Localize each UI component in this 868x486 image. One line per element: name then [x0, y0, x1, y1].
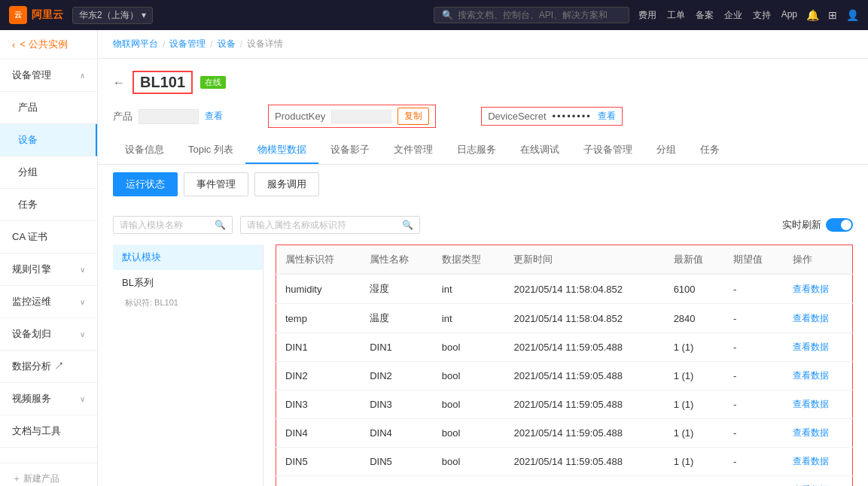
nav-link-fees[interactable]: 费用 [638, 9, 656, 22]
nav-link-ticket[interactable]: 工单 [667, 9, 685, 22]
tab-device-info[interactable]: 设备信息 [113, 137, 176, 164]
copy-product-key-button[interactable]: 复制 [397, 108, 429, 125]
logo: 云 阿里云 [9, 6, 63, 24]
top-nav-links: 费用 工单 备案 企业 支持 App [638, 9, 797, 22]
view-secret-link[interactable]: 查看 [598, 110, 616, 123]
table-row: DIN4 DIN4 bool 2021/05/14 11:59:05.488 1… [276, 419, 853, 448]
attribute-search-input[interactable] [247, 220, 397, 230]
device-tabs: 设备信息 Topic 列表 物模型数据 设备影子 文件管理 日志服务 在线调试 … [113, 137, 853, 164]
sub-tab-service-call[interactable]: 服务调用 [254, 172, 319, 196]
breadcrumb-iot-platform[interactable]: 物联网平台 [113, 38, 158, 50]
sidebar-item-groups[interactable]: 分组 [0, 156, 97, 189]
col-header-latest-value: 最新值 [665, 245, 724, 275]
tab-log-service[interactable]: 日志服务 [445, 137, 508, 164]
tab-file-management[interactable]: 文件管理 [382, 137, 445, 164]
user-icon[interactable]: 👤 [846, 9, 859, 21]
cell-action-0[interactable]: 查看数据 [784, 275, 852, 304]
cell-action-3[interactable]: 查看数据 [784, 362, 852, 390]
tab-groups[interactable]: 分组 [644, 137, 688, 164]
tab-topic-list[interactable]: Topic 列表 [176, 137, 245, 164]
view-data-link-0[interactable]: 查看数据 [793, 284, 829, 294]
col-header-update-time: 更新时间 [504, 245, 664, 275]
sidebar-item-data-analysis[interactable]: 数据分析 ↗ [0, 351, 97, 383]
right-panel-table: 属性标识符 属性名称 数据类型 更新时间 最新值 期望值 操作 humidity… [263, 245, 853, 486]
sidebar-item-devices[interactable]: 设备 [0, 124, 97, 156]
table-row: DIN2 DIN2 bool 2021/05/14 11:59:05.488 1… [276, 362, 853, 390]
global-search-input[interactable] [458, 10, 608, 20]
device-header: ← BL101 在线 产品 查看 ProductKey 复制 DeviceSec… [98, 59, 868, 165]
col-header-action: 操作 [784, 245, 852, 275]
chevron-down-icon: ▾ [142, 10, 146, 20]
tab-thing-model-data[interactable]: 物模型数据 [245, 137, 318, 164]
global-search[interactable]: 🔍 [434, 7, 629, 23]
tab-device-shadow[interactable]: 设备影子 [318, 137, 382, 164]
cell-action-1[interactable]: 查看数据 [784, 304, 852, 333]
sidebar-top-item-instances[interactable]: ‹ < 公共实例 [0, 30, 97, 59]
cell-type-4: bool [433, 390, 505, 419]
product-key-value-placeholder [331, 110, 391, 123]
cell-expected-value-7: - [724, 476, 784, 487]
view-data-link-2[interactable]: 查看数据 [793, 342, 829, 352]
cell-update-time-3: 2021/05/14 11:59:05.488 [504, 362, 664, 390]
device-secret-dots: •••••••• [553, 111, 592, 122]
cell-action-2[interactable]: 查看数据 [784, 333, 852, 362]
region-selector[interactable]: 华东2（上海） ▾ [72, 7, 153, 24]
table-row: humidity 湿度 int 2021/05/14 11:58:04.852 … [276, 275, 853, 304]
sidebar-item-docs[interactable]: 文档与工具 [0, 415, 97, 448]
view-data-link-4[interactable]: 查看数据 [793, 399, 829, 409]
table-header: 属性标识符 属性名称 数据类型 更新时间 最新值 期望值 操作 [276, 245, 853, 275]
module-item-default[interactable]: 默认模块 [113, 245, 263, 270]
module-filter[interactable]: 🔍 [113, 216, 233, 234]
breadcrumb-device-management[interactable]: 设备管理 [169, 38, 206, 50]
toggle-switch-realtime[interactable] [826, 218, 853, 232]
back-button[interactable]: ← [113, 76, 125, 90]
table-row: DIN5 DIN5 bool 2021/05/14 11:59:05.488 1… [276, 448, 853, 476]
sidebar-item-ca[interactable]: CA 证书 [0, 221, 97, 254]
view-product-link[interactable]: 查看 [205, 110, 223, 123]
view-data-link-3[interactable]: 查看数据 [793, 370, 829, 381]
cell-update-time-5: 2021/05/14 11:59:05.488 [504, 419, 664, 448]
cell-name-3: DIN2 [361, 362, 433, 390]
view-data-link-1[interactable]: 查看数据 [793, 313, 829, 323]
sidebar-item-rules[interactable]: 规则引擎 ∨ [0, 254, 97, 286]
sidebar-item-products[interactable]: 产品 [0, 92, 97, 124]
bell-icon[interactable]: 🔔 [806, 9, 819, 21]
nav-link-support[interactable]: 支持 [753, 9, 771, 22]
cell-action-6[interactable]: 查看数据 [784, 448, 852, 476]
nav-link-app[interactable]: App [781, 9, 797, 22]
nav-link-enterprise[interactable]: 企业 [724, 9, 742, 22]
breadcrumb-devices[interactable]: 设备 [218, 38, 236, 50]
module-search-icon[interactable]: 🔍 [215, 220, 226, 230]
sidebar-item-video[interactable]: 视频服务 ∨ [0, 383, 97, 415]
cell-expected-value-3: - [724, 362, 784, 390]
tab-tasks[interactable]: 任务 [688, 137, 732, 164]
view-data-link-5[interactable]: 查看数据 [793, 427, 829, 438]
grid-icon[interactable]: ⊞ [828, 9, 837, 21]
tab-online-debug[interactable]: 在线调试 [508, 137, 571, 164]
sidebar-item-tasks[interactable]: 任务 [0, 189, 97, 221]
sub-tabs-row: 运行状态 事件管理 服务调用 [98, 165, 868, 204]
sub-tab-running-status[interactable]: 运行状态 [113, 172, 178, 196]
cell-type-5: bool [433, 419, 505, 448]
module-search-input[interactable] [120, 220, 210, 230]
realtime-refresh-toggle[interactable]: 实时刷新 [782, 218, 853, 232]
table-row: DIN1 DIN1 bool 2021/05/14 11:59:05.488 1… [276, 333, 853, 362]
cell-type-6: bool [433, 448, 505, 476]
cell-action-4[interactable]: 查看数据 [784, 390, 852, 419]
nav-link-icp[interactable]: 备案 [696, 9, 714, 22]
cell-action-7[interactable]: 查看数据 [784, 476, 852, 487]
sidebar-item-device-provisioning[interactable]: 设备划归 ∨ [0, 318, 97, 351]
cell-name-4: DIN3 [361, 390, 433, 419]
main-content: 物联网平台 / 设备管理 / 设备 / 设备详情 ← BL101 在线 产品 查… [98, 30, 868, 486]
sidebar-item-monitoring[interactable]: 监控运维 ∨ [0, 286, 97, 318]
tab-sub-device-management[interactable]: 子设备管理 [571, 137, 644, 164]
sub-tab-event-management[interactable]: 事件管理 [184, 172, 248, 196]
cell-expected-value-1: - [724, 304, 784, 333]
attribute-filter[interactable]: 🔍 [240, 216, 420, 234]
view-data-link-6[interactable]: 查看数据 [793, 456, 829, 466]
cell-action-5[interactable]: 查看数据 [784, 419, 852, 448]
attribute-search-icon[interactable]: 🔍 [402, 220, 413, 230]
sidebar-bottom-new-product[interactable]: ＋ 新建产品 [0, 463, 97, 486]
sidebar-item-device-management[interactable]: 设备管理 ∧ [0, 59, 97, 92]
module-item-bl-series[interactable]: BL系列 [113, 270, 263, 296]
